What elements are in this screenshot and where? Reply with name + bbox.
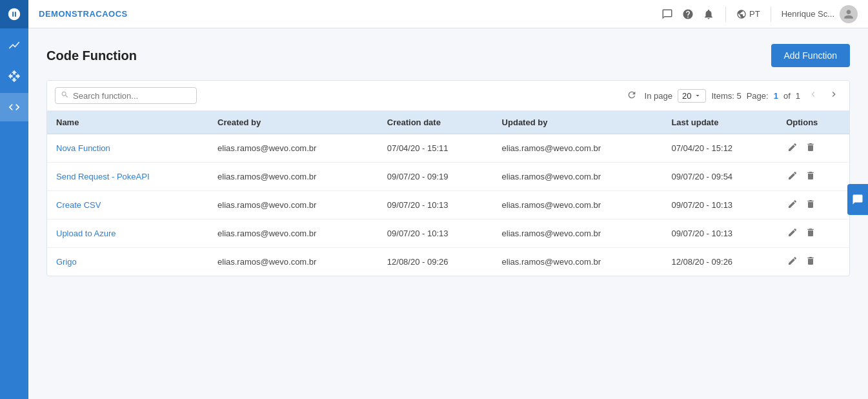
cell-name[interactable]: Send Request - PokeAPI <box>47 163 208 191</box>
search-input[interactable] <box>73 91 191 101</box>
page-header: Code Function Add Function <box>46 44 850 67</box>
search-icon <box>61 90 69 101</box>
refresh-button[interactable] <box>624 88 640 103</box>
bell-icon[interactable] <box>702 8 715 21</box>
cell-created-by: elias.ramos@wevo.com.br <box>208 134 378 163</box>
cell-name[interactable]: Create CSV <box>47 191 208 220</box>
edit-button[interactable] <box>786 226 799 241</box>
topbar-divider <box>725 6 726 22</box>
table-row: Create CSVelias.ramos@wevo.com.br09/07/2… <box>47 191 849 220</box>
topbar-user[interactable]: Henrique Sc... <box>782 5 858 23</box>
cell-name[interactable]: Upload to Azure <box>47 220 208 248</box>
per-page-select[interactable]: 20 <box>678 89 706 103</box>
delete-button[interactable] <box>804 198 817 212</box>
cell-updated-by: elias.ramos@wevo.com.br <box>493 191 663 220</box>
cell-creation-date: 09/07/20 - 10:13 <box>378 220 493 248</box>
col-last-update: Last update <box>662 111 777 134</box>
delete-button[interactable] <box>804 169 817 184</box>
current-page: 1 <box>774 91 778 101</box>
cell-last-update: 09/07/20 - 10:13 <box>662 220 777 248</box>
table-toolbar: In page 20 Items: 5 Page: 1 of 1 <box>47 81 849 111</box>
chat-icon[interactable] <box>661 8 674 21</box>
col-created-by: Created by <box>208 111 378 134</box>
table-body: Nova Functionelias.ramos@wevo.com.br07/0… <box>47 134 849 276</box>
sidebar-item-flows[interactable] <box>0 62 28 90</box>
prev-page-button[interactable] <box>805 88 821 103</box>
cell-creation-date: 09/07/20 - 10:13 <box>378 191 493 220</box>
cell-options <box>777 163 849 191</box>
search-input-wrap <box>55 87 197 104</box>
table-row: Grigoelias.ramos@wevo.com.br12/08/20 - 0… <box>47 248 849 276</box>
topbar: DEMONSTRACAOCS <box>28 0 868 28</box>
cell-creation-date: 07/04/20 - 15:11 <box>378 134 493 163</box>
sidebar-item-code[interactable] <box>0 93 28 121</box>
edit-button[interactable] <box>786 169 799 184</box>
cell-updated-by: elias.ramos@wevo.com.br <box>493 248 663 276</box>
main-area: DEMONSTRACAOCS <box>28 0 868 399</box>
topbar-lang-label: PT <box>749 9 760 19</box>
edit-button[interactable] <box>786 141 799 156</box>
next-page-button[interactable] <box>826 88 842 103</box>
topbar-username: Henrique Sc... <box>782 9 834 19</box>
table-header: Name Created by Creation date Updated by… <box>47 111 849 134</box>
cell-creation-date: 12/08/20 - 09:26 <box>378 248 493 276</box>
cell-options <box>777 220 849 248</box>
add-function-button[interactable]: Add Function <box>771 44 851 67</box>
avatar <box>840 5 858 23</box>
col-updated-by: Updated by <box>493 111 663 134</box>
cell-created-by: elias.ramos@wevo.com.br <box>208 220 378 248</box>
cell-options <box>777 248 849 276</box>
cell-updated-by: elias.ramos@wevo.com.br <box>493 134 663 163</box>
sidebar <box>0 0 28 399</box>
cell-updated-by: elias.ramos@wevo.com.br <box>493 220 663 248</box>
delete-button[interactable] <box>804 141 817 156</box>
page-title: Code Function <box>46 48 137 63</box>
cell-options <box>777 134 849 163</box>
cell-name[interactable]: Grigo <box>47 248 208 276</box>
sidebar-item-analytics[interactable] <box>0 31 28 59</box>
cell-last-update: 12/08/20 - 09:26 <box>662 248 777 276</box>
edit-button[interactable] <box>786 198 799 212</box>
chat-button[interactable] <box>847 184 868 215</box>
col-creation-date: Creation date <box>378 111 493 134</box>
delete-button[interactable] <box>804 226 817 241</box>
topbar-icons: PT Henrique Sc... <box>661 5 858 23</box>
cell-last-update: 09/07/20 - 10:13 <box>662 191 777 220</box>
functions-table: Name Created by Creation date Updated by… <box>47 111 849 276</box>
total-pages: 1 <box>796 91 800 101</box>
topbar-brand: DEMONSTRACAOCS <box>39 9 128 19</box>
delete-button[interactable] <box>804 254 817 269</box>
cell-created-by: elias.ramos@wevo.com.br <box>208 163 378 191</box>
sidebar-logo[interactable] <box>0 0 28 28</box>
cell-last-update: 09/07/20 - 09:54 <box>662 163 777 191</box>
cell-options <box>777 191 849 220</box>
content: Code Function Add Function <box>28 28 868 399</box>
cell-creation-date: 09/07/20 - 09:19 <box>378 163 493 191</box>
table-row: Send Request - PokeAPIelias.ramos@wevo.c… <box>47 163 849 191</box>
topbar-divider2 <box>771 6 771 22</box>
topbar-language[interactable]: PT <box>736 9 760 19</box>
help-icon[interactable] <box>681 8 694 21</box>
page-label: Page: <box>747 91 769 101</box>
cell-last-update: 07/04/20 - 15:12 <box>662 134 777 163</box>
cell-created-by: elias.ramos@wevo.com.br <box>208 248 378 276</box>
table-container: In page 20 Items: 5 Page: 1 of 1 <box>46 80 850 276</box>
col-options: Options <box>777 111 849 134</box>
table-row: Nova Functionelias.ramos@wevo.com.br07/0… <box>47 134 849 163</box>
items-label: Items: 5 <box>711 91 741 101</box>
col-name: Name <box>47 111 208 134</box>
cell-created-by: elias.ramos@wevo.com.br <box>208 191 378 220</box>
per-page-value: 20 <box>682 91 691 101</box>
cell-name[interactable]: Nova Function <box>47 134 208 163</box>
table-row: Upload to Azureelias.ramos@wevo.com.br09… <box>47 220 849 248</box>
in-page-label: In page <box>645 91 672 101</box>
of-label: of <box>783 91 791 101</box>
cell-updated-by: elias.ramos@wevo.com.br <box>493 163 663 191</box>
toolbar-controls: In page 20 Items: 5 Page: 1 of 1 <box>624 88 842 103</box>
edit-button[interactable] <box>786 254 799 269</box>
